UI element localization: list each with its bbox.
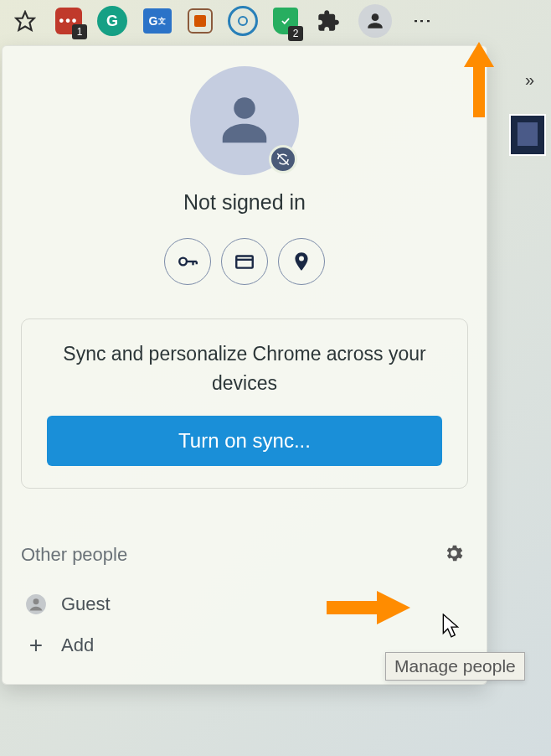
extension-grammarly-icon[interactable]: G	[97, 6, 127, 36]
svg-point-12	[33, 598, 39, 604]
svg-marker-13	[327, 591, 410, 624]
svg-rect-9	[236, 256, 253, 268]
extension-badge: 1	[72, 24, 87, 39]
sync-off-badge-icon	[269, 145, 297, 173]
extension-lastpass-icon[interactable]: ••• 1	[55, 8, 82, 34]
extension-shield-icon[interactable]: 2	[273, 6, 298, 36]
addresses-button[interactable]	[278, 238, 325, 285]
manage-people-tooltip: Manage people	[385, 652, 525, 681]
add-label: Add	[61, 634, 94, 656]
svg-point-3	[234, 97, 255, 119]
gear-icon	[443, 542, 465, 564]
sync-promo-text: Sync and personalize Chrome across your …	[47, 339, 442, 397]
other-people-section: Other people Guest + Add	[3, 539, 487, 667]
extension-generic-icon[interactable]	[188, 8, 213, 34]
signin-status-text: Not signed in	[3, 190, 487, 215]
guest-avatar-icon	[24, 593, 48, 615]
svg-marker-2	[464, 42, 494, 117]
sync-promo-card: Sync and personalize Chrome across your …	[21, 318, 468, 489]
browser-toolbar: ••• 1 G G文 2 ⋮	[0, 0, 551, 42]
overflow-chevron-icon[interactable]: »	[525, 70, 534, 90]
svg-point-1	[372, 13, 379, 21]
other-people-heading: Other people	[21, 544, 127, 566]
svg-point-5	[179, 258, 187, 266]
profile-menu-panel: Not signed in Sync and personalize Chrom…	[2, 45, 487, 685]
payment-methods-button[interactable]	[221, 238, 268, 285]
guest-label: Guest	[61, 593, 111, 615]
extensions-puzzle-icon[interactable]	[313, 6, 343, 36]
profile-avatar-button[interactable]	[358, 4, 392, 38]
profile-quick-actions	[3, 238, 487, 285]
background-thumbnail	[509, 114, 546, 156]
turn-on-sync-button[interactable]: Turn on sync...	[47, 416, 442, 466]
chrome-menu-button[interactable]: ⋮	[407, 6, 437, 36]
annotation-arrow-up	[462, 42, 496, 117]
manage-people-gear-button[interactable]	[440, 539, 468, 570]
annotation-arrow-right	[327, 587, 410, 629]
mouse-cursor-icon	[440, 614, 462, 642]
plus-icon: +	[24, 632, 48, 659]
passwords-button[interactable]	[164, 238, 211, 285]
extension-badge: 2	[288, 26, 303, 41]
extension-google-translate-icon[interactable]: G文	[142, 6, 173, 36]
extension-circle-icon[interactable]	[228, 6, 258, 36]
svg-line-4	[277, 153, 289, 165]
svg-marker-0	[16, 12, 34, 30]
profile-avatar-large	[190, 66, 299, 175]
bookmark-star-icon[interactable]	[10, 6, 40, 36]
